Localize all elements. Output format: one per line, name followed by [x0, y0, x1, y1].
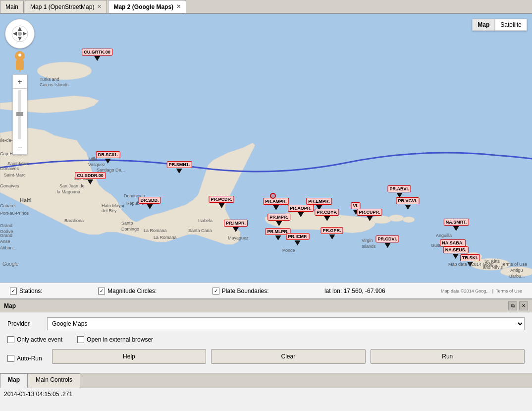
svg-text:Caicos Islands: Caicos Islands — [40, 82, 69, 87]
station-label-PR.PCDR.: PR.PCDR. — [209, 196, 234, 203]
station-triangle-PR.PCDR. — [218, 203, 224, 208]
station-label-PR.AGPR.: PR.AGPR. — [263, 198, 289, 205]
station-triangle-PR.IMPR. — [233, 227, 239, 232]
station-label-TR.SKI.: TR.SKI. — [460, 254, 480, 261]
station-label-NA.SEUS.: NA.SEUS. — [443, 246, 469, 253]
svg-text:Islands: Islands — [362, 244, 376, 249]
station-PR.IMPR.[interactable]: PR.IMPR. — [224, 220, 248, 232]
stations-status: ✓ Stations: — [10, 288, 43, 294]
pan-control[interactable] — [5, 19, 35, 49]
tab-map1[interactable]: Map 1 (OpenStreetMap) ✕ — [25, 0, 107, 13]
zoom-out-button[interactable]: − — [13, 140, 27, 154]
settings-body: Provider OpenStreetMap Google Maps Bing … — [0, 312, 532, 373]
svg-text:Santa Cana: Santa Cana — [188, 228, 212, 233]
station-label-CU.GRTK.00: CU.GRTK.00 — [82, 49, 112, 56]
clear-button[interactable]: Clear — [211, 349, 365, 364]
plate-status: ✓ Plate Boundaries: — [213, 288, 269, 294]
tab-map2-label: Map 2 (Google Maps) — [113, 3, 173, 10]
help-button[interactable]: Help — [52, 349, 206, 364]
svg-text:Anse: Anse — [0, 239, 10, 244]
station-triangle-NA.SEUS. — [453, 254, 459, 259]
map-type-satellite-button[interactable]: Satellite — [495, 19, 527, 31]
station-CU.GRTK.00[interactable]: CU.GRTK.00 — [82, 49, 112, 61]
map-controls: + − — [5, 19, 35, 155]
station-triangle-NA.SMRT. — [453, 226, 459, 231]
tab-main[interactable]: Main — [0, 0, 24, 13]
station-PR.AGPR.[interactable]: PR.AGPR. — [263, 198, 289, 210]
station-PR.GPR.[interactable]: PR.GPR. — [320, 227, 343, 239]
svg-text:Goâve: Goâve — [0, 229, 13, 234]
close-map1-button[interactable]: ✕ — [97, 3, 102, 10]
station-triangle-PR.SMN1. — [176, 169, 182, 174]
svg-text:La Romana: La Romana — [154, 235, 177, 240]
svg-text:La Romana: La Romana — [144, 228, 167, 233]
svg-text:Turks and: Turks and — [40, 77, 59, 82]
plate-checkbox[interactable]: ✓ — [213, 288, 219, 294]
station-label-DR.SC01.: DR.SC01. — [96, 151, 120, 158]
map-type-controls: Map Satellite — [472, 19, 527, 31]
map-type-map-button[interactable]: Map — [472, 19, 495, 31]
station-PR.VGVI.[interactable]: PR.VGVI. — [396, 197, 419, 210]
station-PR.AOPR.[interactable]: PR.AOPR. — [288, 205, 314, 217]
street-view-icon[interactable] — [13, 51, 27, 72]
open-external-checkbox[interactable] — [77, 336, 84, 343]
station-DR.SC01.[interactable]: DR.SC01. — [96, 151, 120, 164]
close-map2-button[interactable]: ✕ — [176, 3, 181, 10]
settings-close-button[interactable]: ✕ — [519, 301, 528, 310]
svg-point-61 — [18, 54, 21, 57]
station-label-NA.SABA.: NA.SABA. — [440, 239, 466, 246]
station-label-PR.AOPR.: PR.AOPR. — [288, 205, 314, 212]
svg-text:Barbu...: Barbu... — [509, 274, 525, 279]
svg-text:Domingo: Domingo — [121, 227, 139, 232]
zoom-slider-thumb[interactable] — [16, 112, 23, 116]
svg-text:del Rey: del Rey — [102, 208, 117, 213]
magnitude-status: ✓ Magnitude Circles: — [98, 288, 157, 294]
station-label-PR.VGVI.: PR.VGVI. — [396, 197, 419, 204]
station-label-PR.GPR.: PR.GPR. — [320, 227, 343, 234]
bottom-tab-map[interactable]: Map — [0, 373, 28, 388]
station-label-PR.MPR.: PR.MPR. — [267, 214, 290, 221]
action-row: Auto-Run Help Clear Run — [7, 349, 525, 368]
svg-text:Grand: Grand — [0, 233, 12, 238]
station-PR.ABVI.[interactable]: PR.ABVI. — [387, 185, 411, 198]
svg-point-57 — [18, 32, 22, 36]
settings-panel: Map ⧉ ✕ Provider OpenStreetMap Google Ma… — [0, 298, 532, 373]
station-DR.SDD.[interactable]: DR.SDD. — [138, 197, 160, 209]
zoom-in-button[interactable]: + — [13, 75, 27, 89]
magnitude-checkbox[interactable]: ✓ — [98, 288, 105, 294]
svg-text:Atibon...: Atibon... — [0, 245, 16, 250]
station-PR.CUPR.[interactable]: PR.CUPR. — [357, 209, 382, 221]
checkboxes-row: Only active event Open in external brows… — [7, 336, 525, 343]
station-PR.CBYP.[interactable]: PR.CBYP. — [315, 209, 339, 221]
only-active-event-checkbox[interactable] — [7, 336, 14, 343]
station-PR.CDVI.[interactable]: PR.CDVI. — [375, 235, 399, 248]
auto-run-checkbox[interactable] — [7, 355, 14, 362]
station-triangle-PR.MLPR. — [275, 235, 281, 240]
station-triangle-PR.MPR. — [276, 221, 282, 226]
run-button[interactable]: Run — [371, 349, 525, 364]
stations-checkbox[interactable]: ✓ — [10, 288, 17, 294]
provider-select[interactable]: OpenStreetMap Google Maps Bing Maps — [47, 317, 525, 330]
svg-text:Haiti: Haiti — [20, 197, 32, 203]
bottom-tab-main-controls[interactable]: Main Controls — [28, 373, 80, 388]
svg-text:la Maguana: la Maguana — [57, 189, 80, 194]
station-NA.SMRT.[interactable]: NA.SMRT. — [444, 219, 469, 231]
station-PR.SMN1.[interactable]: PR.SMN1. — [167, 161, 192, 174]
magnitude-label: Magnitude Circles: — [107, 288, 157, 294]
settings-restore-button[interactable]: ⧉ — [508, 301, 517, 310]
tab-main-label: Main — [5, 3, 18, 10]
map-attribution: Map data ©2014 Goog... | Terms of Use — [448, 262, 527, 267]
google-logo: Google — [2, 261, 18, 267]
tab-map2[interactable]: Map 2 (Google Maps) ✕ — [108, 0, 186, 13]
tab-map1-label: Map 1 (OpenStreetMap) — [30, 3, 94, 10]
map-container[interactable]: Turks and Caicos Islands Île-de-Peix Cap… — [0, 14, 532, 283]
station-triangle-PR.CUPR. — [367, 216, 372, 221]
station-PR.MPR.[interactable]: PR.MPR. — [267, 214, 290, 226]
station-CU.SDDR.00[interactable]: CU.SDDR.00 — [75, 172, 106, 184]
station-triangle-PR.ICMP. — [295, 240, 301, 245]
station-PR.ICMP.[interactable]: PR.ICMP. — [286, 233, 310, 245]
only-active-event-item: Only active event — [7, 336, 62, 343]
station-label-PR.SMN1.: PR.SMN1. — [167, 161, 192, 168]
station-triangle-DR.SDD. — [147, 204, 153, 209]
station-PR.PCDR.[interactable]: PR.PCDR. — [209, 196, 234, 208]
